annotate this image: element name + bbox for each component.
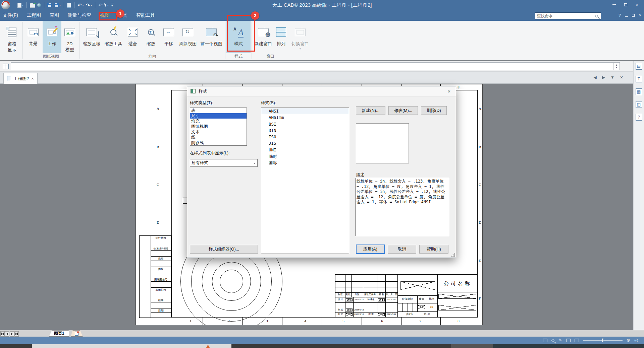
list-item[interactable]: 临时 (261, 153, 349, 159)
menu-file[interactable]: 文件(F) (3, 12, 18, 18)
close-button[interactable]: × (631, 0, 643, 9)
help-button[interactable]: ? (619, 13, 621, 18)
document-tab-active[interactable]: 工程图2 × (3, 73, 38, 84)
list-item[interactable]: ISO (261, 134, 349, 140)
ribbon-button-new-window[interactable]: ⊕ 新建窗口 (253, 21, 274, 53)
list-item[interactable]: 阴影线 (190, 140, 247, 145)
style-type-list[interactable]: 表 尺寸 填充 图纸视图 文本 线 阴影线 (190, 108, 247, 146)
tab-list-icon[interactable]: ▼ (610, 75, 614, 80)
weight-label: 重量 (417, 295, 426, 303)
pen-icon[interactable]: ✎ (558, 338, 562, 343)
list-item[interactable]: UNI (261, 147, 349, 153)
list-item[interactable]: BSI (261, 121, 349, 127)
sheet-number: 第1张 (418, 311, 436, 317)
list-item[interactable]: 表 (190, 108, 247, 113)
ribbon-button-pan[interactable]: ↔ 平移 (160, 21, 177, 53)
doc-close-button[interactable]: × (639, 13, 641, 18)
zoom-in-icon[interactable]: ⊕ (627, 338, 630, 343)
menu-drawing[interactable]: 工程图 (27, 12, 41, 18)
ribbon-button-switch-window[interactable]: 切换窗口 ▾ (288, 21, 312, 53)
command-spinner[interactable]: ▲▼ (613, 63, 619, 70)
dialog-title-bar[interactable]: 样式 × (187, 86, 456, 96)
ribbon-button-zoom[interactable]: ± 缩放 (142, 21, 160, 53)
zoom-slider-knob[interactable] (602, 338, 603, 342)
minimize-button[interactable] (608, 0, 620, 9)
sheets-total: 共1张 (401, 311, 418, 317)
list-item-selected[interactable]: ANSI (261, 108, 349, 114)
new-button[interactable]: 新建(N)... (356, 106, 385, 115)
list-item[interactable]: 国标 (261, 159, 349, 166)
command-search-input[interactable] (535, 14, 595, 18)
ribbon-button-arrange[interactable]: 排列 (274, 21, 288, 53)
panel-icon[interactable]: ▤ (636, 63, 642, 70)
show-filter-value: 所有样式 (192, 160, 208, 166)
ribbon-button-working[interactable]: 工作 (43, 21, 61, 53)
list-item[interactable]: ANSImm (261, 114, 349, 121)
show-filter-dropdown[interactable]: 所有样式 ⌄ (190, 159, 258, 167)
command-search-box[interactable] (535, 12, 601, 19)
taskbar-app-segment[interactable] (32, 344, 231, 348)
apply-button[interactable]: 应用(A) (356, 245, 385, 254)
ribbon-button-previous-view[interactable]: ↷ 前一个视图 (199, 21, 224, 53)
sheet-view-icon[interactable] (543, 339, 547, 342)
tab-close-icon[interactable]: × (31, 76, 34, 81)
last-sheet-button[interactable] (14, 331, 19, 337)
zoom-area-status-icon[interactable] (551, 339, 554, 342)
style-organizer-button[interactable]: 样式组织器(O)... (190, 245, 258, 254)
grid-panel-icon[interactable]: ▦ (636, 88, 642, 95)
maximize-button[interactable] (620, 0, 631, 9)
next-sheet-button[interactable] (10, 331, 14, 337)
window-status-icon[interactable] (575, 339, 579, 342)
dialog-icon (191, 89, 196, 93)
signature-placeholder (346, 308, 353, 311)
titleblock-header: 年、月、日 (385, 292, 397, 297)
ribbon-button-fit[interactable]: ↖↗↙↘ 适合 (124, 21, 142, 53)
command-grid-icon[interactable] (3, 64, 9, 69)
help-panel-icon[interactable]: ? (636, 114, 642, 121)
delete-button[interactable]: 删除(D) (421, 106, 447, 115)
menu-smart-tools[interactable]: 智能工具 (136, 12, 155, 18)
cancel-button[interactable]: 取消 (388, 245, 416, 254)
ribbon-button-zoom-tool[interactable]: 缩放工具 (103, 21, 124, 53)
list-item[interactable]: 填充 (190, 119, 247, 124)
tab-scroll-right-icon[interactable]: ▶ (602, 75, 605, 80)
menu-measure-check[interactable]: 测量与检查 (68, 12, 91, 18)
document-tab-label: 工程图2 (13, 76, 29, 82)
list-item[interactable]: JIS (261, 140, 349, 146)
list-item[interactable]: 线 (190, 135, 247, 140)
new-sheet-tab-button[interactable] (71, 330, 83, 337)
resize-grip[interactable] (451, 253, 455, 257)
target-icon[interactable]: ◎ (634, 338, 638, 343)
drawing-number-placeholder (400, 281, 435, 290)
side-label: 借(通)用件登记 (151, 246, 171, 251)
layers-icon[interactable]: ◫ (636, 101, 642, 108)
ribbon-button-background[interactable]: 背景 (24, 21, 43, 53)
command-input[interactable]: ▲▼ (11, 62, 620, 70)
ribbon-button-pane-display[interactable]: 窗格 显示 (3, 21, 21, 60)
ribbon-button-2d-model[interactable]: 2D 模型 (61, 21, 78, 53)
titleblock-header: 分区 (351, 292, 363, 297)
doc-restore-button[interactable] (632, 14, 635, 17)
zoom-slider[interactable] (583, 340, 623, 341)
menu-sketch[interactable]: 草图 (50, 12, 59, 18)
list-item-selected[interactable]: 尺寸 (190, 113, 247, 119)
tab-scroll-left-icon[interactable]: ◀ (594, 75, 597, 80)
previous-sheet-button[interactable] (5, 331, 9, 337)
list-item[interactable]: 图纸视图 (190, 124, 247, 129)
sheet-tab-active[interactable]: 图页1 (49, 330, 69, 337)
zone-letter: A (479, 107, 481, 111)
doc-minimize-button[interactable] (625, 16, 628, 17)
tab-close-all-icon[interactable]: ✕ (620, 75, 623, 80)
ribbon-button-zoom-area[interactable]: 缩放区域 (80, 21, 103, 53)
list-item[interactable]: DIN (261, 127, 349, 134)
ribbon-button-refresh-view[interactable]: ↻ 刷新视图 (177, 21, 199, 53)
measure-icon[interactable]: T (636, 76, 642, 82)
styles-list[interactable]: ANSI ANSImm BSI DIN ISO JIS UNI 临时 国标 (261, 108, 349, 254)
modify-button[interactable]: 修改(M)... (388, 106, 418, 115)
list-item[interactable]: 文本 (190, 129, 247, 135)
dialog-close-icon[interactable]: × (445, 88, 453, 95)
help-button-dialog[interactable]: 帮助(H) (419, 245, 448, 254)
fit-status-icon[interactable] (566, 339, 571, 342)
side-label: 零件代号 (151, 236, 171, 240)
first-sheet-button[interactable] (0, 331, 5, 337)
